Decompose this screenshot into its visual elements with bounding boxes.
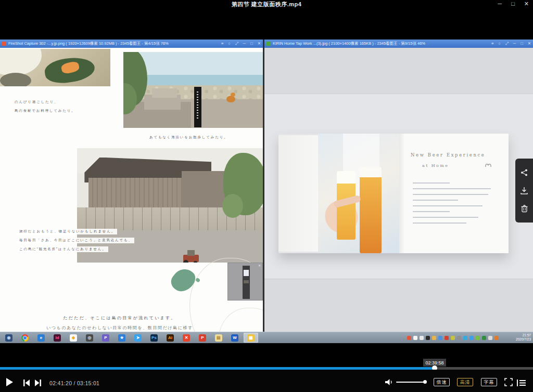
windows-taskbar: ◉eId◆◎P★➤PsAi✕P▤W▦ 21:57 2020/7/23 xyxy=(0,332,533,343)
left-window-content[interactable]: のんびり過ごしたり、 島の食材でお料理してみたり。 あてもなく海沿いをお散歩して… xyxy=(0,48,263,343)
app-notes[interactable]: ▤ xyxy=(211,333,226,343)
tray-icon[interactable] xyxy=(426,336,430,340)
magazine-right-page: New Beer Experience at Home xyxy=(399,134,509,253)
tray-icon[interactable] xyxy=(451,336,455,340)
body-text-line xyxy=(413,211,450,212)
titlebar-button[interactable]: ≡ xyxy=(491,41,493,46)
caption-relax-1: のんびり過ごしたり、 xyxy=(15,100,58,104)
tray-icon[interactable] xyxy=(482,336,486,340)
app-p-purple[interactable]: P xyxy=(98,333,113,343)
left-window-buttons: ≡○⤢─□✕ xyxy=(221,41,261,46)
volume-slider[interactable] xyxy=(396,382,425,383)
tray-icon[interactable] xyxy=(469,336,474,340)
volume-handle[interactable] xyxy=(423,380,427,384)
tray-icon[interactable] xyxy=(432,336,436,340)
tray-icon[interactable] xyxy=(445,336,449,340)
viewer-side-toolbar xyxy=(515,159,533,223)
play-button[interactable] xyxy=(6,378,13,386)
body-text-line xyxy=(413,194,488,195)
playlist-icon[interactable] xyxy=(517,379,526,388)
body-text-line xyxy=(413,200,458,201)
titlebar-button[interactable]: ≡ xyxy=(221,41,223,46)
body-text-line xyxy=(413,205,483,206)
app-2345-viewer[interactable]: ◆ xyxy=(66,333,81,343)
tray-icon[interactable] xyxy=(420,336,424,340)
tray-icon[interactable] xyxy=(407,336,411,340)
app-indesign[interactable]: Id xyxy=(50,333,65,343)
titlebar-button[interactable]: ⤢ xyxy=(505,41,509,46)
tray-icon[interactable] xyxy=(438,336,442,340)
nav-close-icon[interactable]: ✕ xyxy=(258,264,261,267)
tray-icon[interactable] xyxy=(494,336,499,340)
footer-text-1: ただただ、そこには島の日常が流れています。 xyxy=(31,315,208,321)
video-frame[interactable]: FireShot Capture 302 -...y.jp.png ( 1920… xyxy=(0,40,533,343)
titlebar-button[interactable]: □ xyxy=(250,41,253,46)
download-icon[interactable] xyxy=(520,187,528,195)
app-paper-plane[interactable]: ➤ xyxy=(131,333,145,343)
titlebar-button[interactable]: ─ xyxy=(243,41,246,46)
app-illustrator[interactable]: Ai xyxy=(163,333,177,343)
share-icon[interactable] xyxy=(520,168,528,177)
quality-button[interactable]: 高清 xyxy=(457,378,473,386)
titlebar-button[interactable]: ─ xyxy=(513,41,516,46)
beer-glass-left xyxy=(337,181,356,240)
app-wps-presentation[interactable]: P xyxy=(195,333,210,343)
viewer-nav-panel[interactable]: ✕ xyxy=(227,263,263,300)
magazine-heading-2: at Home xyxy=(422,163,449,168)
app-word[interactable]: W xyxy=(227,333,242,343)
right-window-titlebar[interactable]: KIRIN Home Tap Work ...(3).jpg ( 2100×14… xyxy=(264,40,533,48)
image-file-icon xyxy=(266,42,271,46)
caption-travel-2: 毎日毎日「さあ、今日はどこにいこう」と意気込んでも、 xyxy=(18,238,134,243)
left-viewer-window: FireShot Capture 302 -...y.jp.png ( 1920… xyxy=(0,40,263,343)
app-wps-active-icon: ▦ xyxy=(247,334,255,342)
trash-icon[interactable] xyxy=(521,204,528,213)
maximize-button[interactable]: □ xyxy=(511,1,515,7)
fullscreen-icon[interactable] xyxy=(504,378,513,388)
app-paper-plane-icon: ➤ xyxy=(134,334,142,342)
tray-icon[interactable] xyxy=(463,336,467,340)
body-text-line xyxy=(413,217,478,218)
body-text-line xyxy=(413,223,466,224)
previous-button[interactable] xyxy=(23,379,30,388)
app-photoshop[interactable]: Ps xyxy=(147,333,161,343)
taskbar-apps: ◉eId◆◎P★➤PsAi✕P▤W▦ xyxy=(2,333,258,343)
app-chrome[interactable] xyxy=(18,333,32,343)
app-globe[interactable]: ◉ xyxy=(2,333,16,343)
left-window-titlebar[interactable]: FireShot Capture 302 -...y.jp.png ( 1920… xyxy=(0,40,263,48)
minimize-button[interactable]: ─ xyxy=(498,1,502,7)
app-obs-icon: ◎ xyxy=(86,334,93,342)
app-star-icon: ★ xyxy=(118,334,125,342)
taskbar-clock[interactable]: 21:57 2020/7/23 xyxy=(516,333,531,342)
subtitle-button[interactable]: 字幕 xyxy=(481,378,497,386)
tray-icon[interactable] xyxy=(457,336,461,340)
titlebar-button[interactable]: □ xyxy=(521,41,523,46)
speed-button[interactable]: 倍速 xyxy=(434,378,450,386)
app-edge[interactable]: e xyxy=(34,333,48,343)
tray-time: 21:57 xyxy=(516,333,531,337)
titlebar-button[interactable]: ○ xyxy=(498,41,501,46)
titlebar-button[interactable]: ✕ xyxy=(258,41,261,46)
nav-thumbnail-strip[interactable] xyxy=(243,266,250,299)
magazine-left-page xyxy=(278,135,318,252)
right-window-content[interactable]: New Beer Experience at Home xyxy=(264,48,533,343)
close-button[interactable]: ✕ xyxy=(524,1,529,7)
cat-seawall-photo xyxy=(123,52,263,128)
app-obs[interactable]: ◎ xyxy=(82,333,97,343)
app-wps-active[interactable]: ▦ xyxy=(244,333,258,343)
player-control-bar: 02:41:20 / 03:15:01 倍速 高清 字幕 xyxy=(0,370,533,392)
volume-icon[interactable] xyxy=(385,378,393,388)
magazine-body-text xyxy=(413,182,495,228)
titlebar-button[interactable]: ○ xyxy=(228,41,231,46)
titlebar-button[interactable]: ✕ xyxy=(528,41,531,46)
video-player: 第四节 建立版面秩序.mp4 ─ □ ✕ FireShot Capture 30… xyxy=(0,0,533,392)
caption-relax-2: 島の食材でお料理してみたり。 xyxy=(15,109,75,113)
caption-travel-1: 旅行だとおもうと、物足りないかもしれません。 xyxy=(18,229,117,234)
titlebar-button[interactable]: ⤢ xyxy=(235,41,238,46)
app-star[interactable]: ★ xyxy=(115,333,129,343)
app-x-red[interactable]: ✕ xyxy=(179,333,194,343)
tray-icon[interactable] xyxy=(413,336,417,340)
next-button[interactable] xyxy=(34,379,42,388)
tray-icon[interactable] xyxy=(476,336,480,340)
time-display: 02:41:20 / 03:15:01 xyxy=(49,380,99,386)
tray-icon[interactable] xyxy=(488,336,492,340)
